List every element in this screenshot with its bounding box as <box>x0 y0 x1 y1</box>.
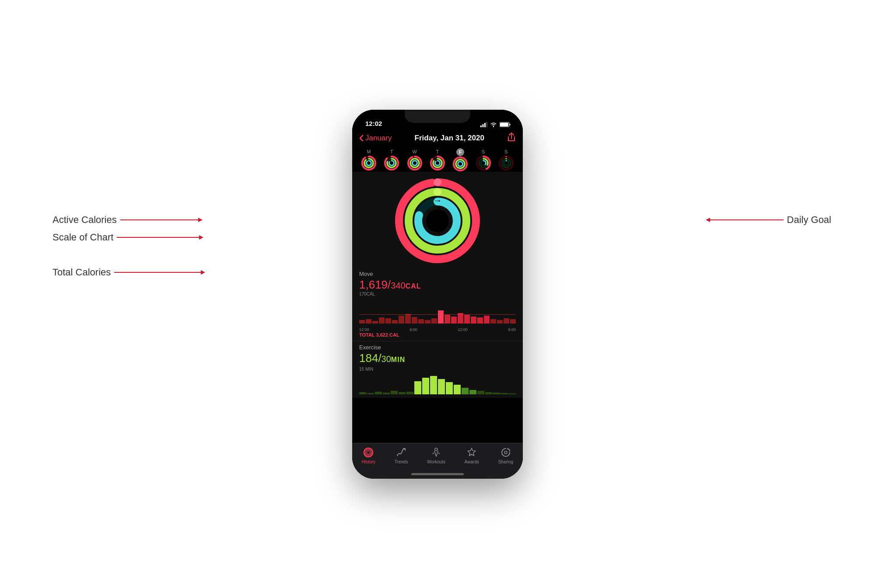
svg-point-24 <box>412 160 417 165</box>
mini-ring-monday <box>361 155 377 171</box>
tab-bar: History Trends <box>352 443 523 479</box>
svg-point-47 <box>504 160 508 165</box>
exercise-value: 184/30MIN <box>359 351 516 365</box>
activity-rings-section: → → → ↑ <box>352 172 523 268</box>
tab-trends-icon <box>396 447 407 458</box>
bar-21 <box>490 319 496 324</box>
back-button[interactable]: January <box>359 134 392 143</box>
svg-point-36 <box>458 161 463 166</box>
ex-bar-7 <box>406 392 413 394</box>
day-label-t1: T <box>390 149 393 154</box>
ex-bar-9 <box>485 392 492 394</box>
ex-bar-mid1 <box>462 388 469 394</box>
home-indicator <box>411 473 464 475</box>
activity-ring-svg: → → → ↑ <box>394 177 481 264</box>
mini-ring-thursday <box>430 155 445 171</box>
bar-4 <box>379 317 385 324</box>
goal-line <box>359 314 516 315</box>
bar-19 <box>477 317 483 324</box>
svg-point-30 <box>435 160 440 165</box>
signal-icon <box>480 122 487 127</box>
status-time: 12:02 <box>361 120 382 127</box>
back-chevron-icon <box>359 135 364 142</box>
bar-6 <box>392 320 398 324</box>
share-button[interactable] <box>507 132 516 144</box>
day-saturday[interactable]: S <box>476 149 491 171</box>
tab-sharing[interactable]: Sharing <box>498 447 513 464</box>
bar-8 <box>405 314 411 324</box>
day-label-s1: S <box>482 149 485 154</box>
annotation-total-text: Total Calories <box>52 267 111 278</box>
ex-bar-spike3 <box>430 376 437 394</box>
ex-bar-3 <box>375 392 382 394</box>
bar-3 <box>372 321 378 324</box>
day-sunday[interactable]: S <box>498 149 514 171</box>
ex-bar-spike6 <box>454 385 461 394</box>
day-wednesday[interactable]: W <box>407 149 423 171</box>
move-label: Move <box>359 271 516 277</box>
day-label-t2: T <box>436 149 439 154</box>
bar-18 <box>471 317 476 324</box>
move-achieved: 1,619/ <box>359 278 391 291</box>
chart-scale-label: 170CAL <box>359 292 516 296</box>
ex-bar-spike1 <box>414 381 421 394</box>
day-tuesday[interactable]: T <box>384 149 399 171</box>
battery-icon <box>500 122 511 127</box>
move-value: 1,619/340CAL <box>359 278 516 292</box>
phone-screen: 12:02 <box>352 110 523 479</box>
ex-bar-6 <box>399 392 406 394</box>
nav-header: January Friday, Jan 31, 2020 <box>352 129 523 146</box>
exercise-achieved: 184/ <box>359 351 382 365</box>
exercise-bars <box>359 372 516 394</box>
svg-point-65 <box>435 448 438 451</box>
tab-trends[interactable]: Trends <box>395 447 408 464</box>
bar-11 <box>425 320 430 324</box>
annotation-active-calories: Active Calories <box>52 214 199 226</box>
phone-content: January Friday, Jan 31, 2020 <box>352 129 523 479</box>
time-label-4: 6:00 <box>508 327 516 332</box>
svg-rect-3 <box>486 122 488 127</box>
ex-bar-1 <box>359 392 366 394</box>
bar-23 <box>504 318 509 324</box>
mini-ring-tuesday <box>384 155 399 171</box>
ex-bar-mid2 <box>469 390 476 394</box>
bar-17 <box>464 315 470 324</box>
annotation-active-calories-text: Active Calories <box>52 214 117 226</box>
exercise-label: Exercise <box>359 344 516 351</box>
mini-ring-saturday <box>476 155 491 171</box>
day-thursday[interactable]: T <box>430 149 445 171</box>
svg-point-12 <box>367 160 371 165</box>
notch <box>405 110 470 123</box>
day-label-w: W <box>413 149 417 154</box>
exercise-stats: Exercise 184/30MIN <box>352 341 523 365</box>
tab-awards[interactable]: Awards <box>465 447 479 464</box>
exercise-goal: 30 <box>382 354 391 364</box>
annotation-daily-goal: Daily Goal <box>709 214 831 226</box>
phone-frame: 12:02 <box>352 110 523 479</box>
week-row: M T <box>352 146 523 172</box>
bar-2 <box>366 319 371 324</box>
tab-workouts-label: Workouts <box>427 459 445 464</box>
svg-point-64 <box>367 451 370 454</box>
wifi-icon <box>490 122 497 127</box>
svg-point-54 <box>434 188 441 196</box>
day-label-f-active: F <box>459 150 462 155</box>
bar-12 <box>431 318 437 324</box>
move-goal: 340 <box>391 281 405 290</box>
day-friday[interactable]: F <box>452 148 468 172</box>
chart-bars-container <box>359 297 516 324</box>
tab-sharing-label: Sharing <box>498 459 513 464</box>
time-label-1: 12:00 <box>359 327 369 332</box>
tab-awards-icon <box>466 447 477 458</box>
tab-workouts[interactable]: Workouts <box>427 447 445 464</box>
tab-workouts-icon <box>430 447 442 458</box>
ex-bar-5 <box>391 391 398 394</box>
ex-bar-spike2 <box>422 378 429 394</box>
move-chart-area: 170CAL <box>352 292 523 341</box>
bar-spike <box>438 310 444 324</box>
day-monday[interactable]: M <box>361 149 377 171</box>
ex-bar-spike5 <box>446 382 453 394</box>
mini-ring-wednesday <box>407 155 423 171</box>
total-calories-label: TOTAL 3,622 CAL <box>359 332 516 339</box>
tab-history[interactable]: History <box>362 447 375 464</box>
